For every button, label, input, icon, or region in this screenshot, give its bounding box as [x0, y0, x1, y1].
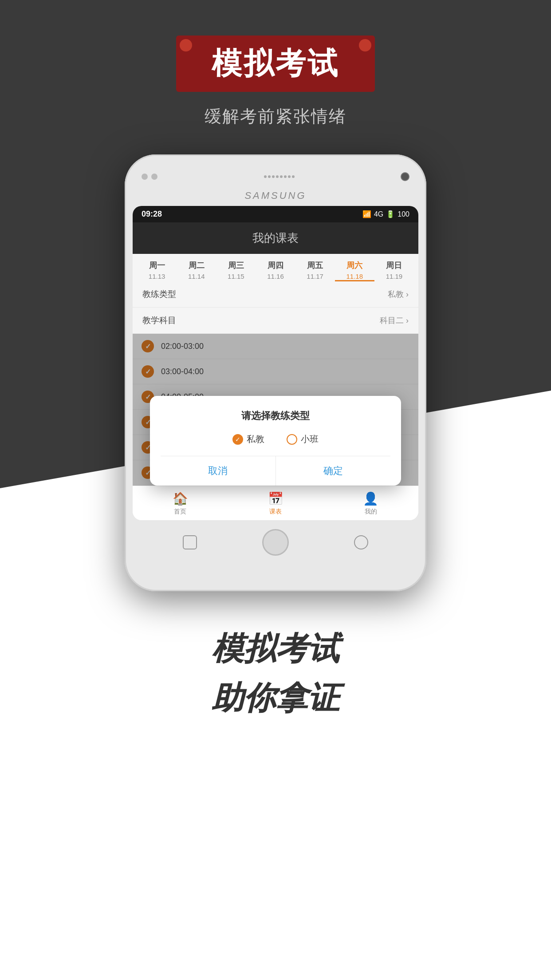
radio-private[interactable]	[232, 434, 243, 445]
phone-top-bar	[133, 172, 418, 190]
phone-mockup: SAMSUNG 09:28 📶 4G 🔋 100 我的课表	[125, 154, 426, 591]
main-title: 模拟考试	[212, 46, 339, 80]
speaker-dot-6	[284, 175, 287, 178]
back-button-icon	[183, 535, 197, 549]
week-day-num-sun: 11.19	[374, 273, 414, 280]
dialog-box: 请选择教练类型 私教 小班	[150, 396, 401, 486]
week-day-tue[interactable]: 周二 11.14	[177, 260, 216, 280]
dialog-cancel-button[interactable]: 取消	[161, 456, 276, 486]
dialog-title: 请选择教练类型	[161, 409, 391, 423]
footer-area: 模拟考试 助你拿证	[0, 591, 551, 747]
underline-sat	[335, 280, 374, 281]
speaker-dot-1	[264, 175, 267, 178]
dialog-option-private[interactable]: 私教	[232, 433, 264, 445]
speaker-dot-4	[276, 175, 279, 178]
week-day-sat[interactable]: 周六 11.18	[335, 260, 374, 280]
week-day-num-sat: 11.18	[335, 273, 374, 280]
samsung-brand: SAMSUNG	[133, 190, 418, 202]
option-private-label: 私教	[247, 433, 264, 445]
week-day-mon[interactable]: 周一 11.13	[137, 260, 177, 280]
phone-dot-1	[142, 174, 148, 180]
subject-label: 教学科目	[142, 315, 176, 326]
phone-dots	[142, 174, 157, 180]
schedule-icon: 📅	[228, 491, 323, 506]
bottom-nav: 🏠 首页 📅 课表 👤 我的	[133, 486, 418, 520]
week-day-fri[interactable]: 周五 11.17	[295, 260, 335, 280]
week-day-num-wed: 11.15	[216, 273, 256, 280]
week-day-wed[interactable]: 周三 11.15	[216, 260, 256, 280]
subject-value: 科目二 ›	[380, 315, 409, 326]
wifi-icon: 📶	[362, 210, 371, 218]
footer-line1: 模拟考试	[27, 627, 524, 672]
dialog-confirm-button[interactable]: 确定	[276, 456, 391, 486]
nav-schedule[interactable]: 📅 课表	[228, 486, 323, 520]
app-header: 我的课表	[133, 222, 418, 254]
app-title: 我的课表	[252, 231, 299, 245]
week-day-sun[interactable]: 周日 11.19	[374, 260, 414, 280]
phone-container: SAMSUNG 09:28 📶 4G 🔋 100 我的课表	[0, 154, 551, 591]
header-area: 模拟考试 缓解考前紧张情绪	[0, 0, 551, 128]
profile-label: 我的	[323, 508, 418, 516]
week-calendar: 周一 11.13 周二 11.14 周三 11.15 周四	[133, 254, 418, 281]
subject-row[interactable]: 教学科目 科目二 ›	[133, 308, 418, 334]
underline-wed	[216, 280, 256, 281]
dialog-option-class[interactable]: 小班	[287, 433, 319, 445]
coach-type-value: 私教 ›	[388, 289, 409, 300]
dialog-options: 私教 小班	[161, 433, 391, 445]
nav-home[interactable]: 🏠 首页	[133, 486, 228, 520]
timeslots-area: 02:00-03:00 请选择教练类型 私教	[133, 334, 418, 486]
speaker-dot-7	[288, 175, 291, 178]
title-badge: 模拟考试	[176, 36, 375, 92]
dialog-buttons: 取消 确定	[161, 456, 391, 486]
battery-percent: 100	[398, 210, 409, 218]
week-day-name-mon: 周一	[137, 260, 177, 271]
underline-tue	[177, 280, 216, 281]
profile-icon: 👤	[323, 491, 418, 506]
underline-mon	[137, 280, 177, 281]
battery-icon: 🔋	[386, 210, 395, 218]
speaker-dot-3	[272, 175, 275, 178]
home-icon: 🏠	[133, 491, 228, 506]
menu-button	[354, 535, 368, 549]
week-day-num-tue: 11.14	[177, 273, 216, 280]
week-underlines	[137, 280, 414, 281]
status-bar: 09:28 📶 4G 🔋 100	[133, 206, 418, 222]
dialog-overlay: 请选择教练类型 私教 小班	[133, 334, 418, 486]
week-day-name-sun: 周日	[374, 260, 414, 271]
phone-screen: 09:28 📶 4G 🔋 100 我的课表 周一	[133, 206, 418, 520]
phone-dot-2	[151, 174, 157, 180]
phone-camera	[401, 172, 409, 181]
footer-line2: 助你拿证	[27, 676, 524, 721]
week-day-num-mon: 11.13	[137, 273, 177, 280]
week-day-name-fri: 周五	[295, 260, 335, 271]
home-button[interactable]	[262, 529, 289, 556]
speaker-dot-5	[280, 175, 283, 178]
phone-hardware-buttons	[133, 520, 418, 560]
week-day-thu[interactable]: 周四 11.16	[256, 260, 295, 280]
radio-class[interactable]	[287, 434, 297, 445]
coach-type-label: 教练类型	[142, 288, 176, 300]
week-day-num-thu: 11.16	[256, 273, 295, 280]
page-wrapper: 模拟考试 缓解考前紧张情绪	[0, 0, 551, 980]
week-day-name-wed: 周三	[216, 260, 256, 271]
underline-thu	[256, 280, 295, 281]
underline-sun	[374, 280, 414, 281]
week-day-name-thu: 周四	[256, 260, 295, 271]
week-day-name-tue: 周二	[177, 260, 216, 271]
speaker-dot-2	[268, 175, 271, 178]
coach-type-row[interactable]: 教练类型 私教 ›	[133, 281, 418, 308]
option-class-label: 小班	[301, 433, 319, 445]
schedule-label: 课表	[228, 508, 323, 516]
subtitle: 缓解考前紧张情绪	[0, 105, 551, 128]
underline-fri	[295, 280, 335, 281]
home-label: 首页	[133, 508, 228, 516]
phone-speaker	[264, 175, 295, 178]
status-icons: 📶 4G 🔋 100	[362, 210, 409, 218]
nav-profile[interactable]: 👤 我的	[323, 486, 418, 520]
speaker-dot-8	[292, 175, 295, 178]
week-days-row: 周一 11.13 周二 11.14 周三 11.15 周四	[137, 260, 414, 280]
week-day-num-fri: 11.17	[295, 273, 335, 280]
status-time: 09:28	[142, 209, 162, 219]
signal-icon: 4G	[374, 210, 383, 218]
week-day-name-sat: 周六	[335, 260, 374, 271]
